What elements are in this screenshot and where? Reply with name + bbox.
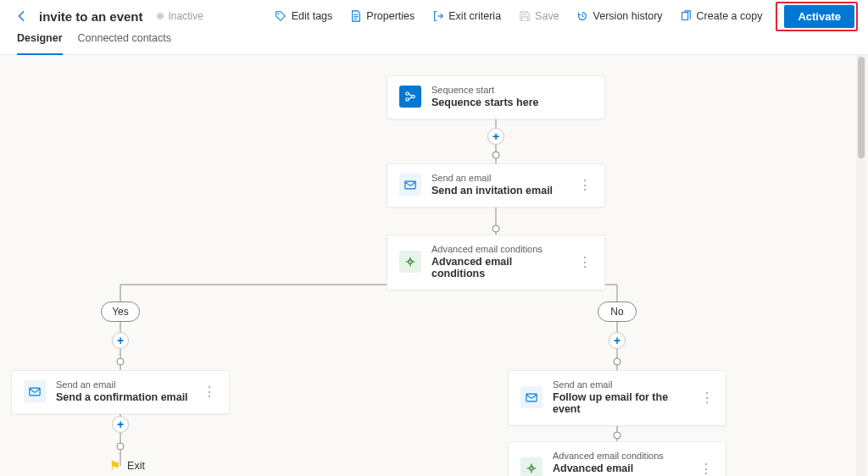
connector-port: [117, 443, 125, 451]
node-title: Advanced email conditions: [431, 256, 567, 280]
node-more-button[interactable]: ⋮: [698, 461, 714, 477]
tab-connected-contacts[interactable]: Connected contacts: [78, 32, 172, 54]
node-title: Follow up email for the event: [553, 391, 689, 415]
page-title: invite to an event: [39, 9, 143, 24]
status-badge: Inactive: [157, 10, 203, 22]
node-more-button[interactable]: ⋮: [577, 254, 593, 270]
copy-icon: [680, 10, 693, 23]
designer-canvas[interactable]: Sequence start Sequence starts here + Se…: [0, 55, 868, 476]
email-icon: [399, 174, 421, 196]
node-title: Send an invitation email: [431, 185, 553, 196]
edit-tags-button[interactable]: Edit tags: [268, 7, 340, 26]
node-title: Advanced email conditions: [553, 462, 688, 476]
conditions-icon: [399, 251, 421, 273]
status-dot-icon: [157, 13, 164, 19]
connector-port: [614, 358, 621, 366]
back-button[interactable]: [10, 4, 34, 28]
status-text: Inactive: [169, 10, 203, 22]
svg-rect-13: [405, 181, 415, 189]
exit-node[interactable]: ⚑ Exit: [109, 458, 145, 473]
save-button: Save: [511, 7, 566, 26]
tag-icon: [275, 10, 287, 23]
node-subtitle: Advanced email conditions: [431, 244, 567, 254]
create-copy-button[interactable]: Create a copy: [673, 7, 770, 26]
node-send-invitation-email[interactable]: Send an email Send an invitation email ⋮: [387, 163, 605, 208]
node-subtitle: Send an email: [431, 173, 553, 183]
connector-port: [492, 225, 500, 233]
node-more-button[interactable]: ⋮: [577, 177, 593, 193]
start-icon: [399, 86, 421, 108]
conditions-icon: [520, 457, 542, 476]
connector-port: [614, 432, 621, 440]
node-subtitle: Advanced email conditions: [553, 451, 688, 461]
svg-point-10: [406, 92, 409, 96]
node-more-button[interactable]: ⋮: [202, 384, 217, 400]
properties-button[interactable]: Properties: [342, 7, 421, 26]
svg-point-14: [409, 260, 412, 263]
scrollbar-thumb[interactable]: [858, 57, 865, 158]
node-advanced-conditions-2[interactable]: Advanced email conditions Advanced email…: [508, 441, 726, 476]
connector-port: [117, 358, 125, 366]
svg-point-0: [278, 14, 280, 15]
activate-button[interactable]: Activate: [784, 5, 854, 28]
exit-label: Exit: [127, 460, 145, 472]
node-followup-email[interactable]: Send an email Follow up email for the ev…: [508, 370, 726, 426]
svg-point-17: [530, 467, 533, 470]
exit-icon: [431, 10, 444, 23]
node-sequence-start[interactable]: Sequence start Sequence starts here: [387, 75, 605, 119]
node-title: Send a confirmation email: [56, 391, 188, 403]
document-icon: [349, 10, 362, 23]
exit-criteria-button[interactable]: Exit criteria: [425, 7, 508, 26]
node-subtitle: Sequence start: [431, 85, 538, 95]
header: invite to an event Inactive Edit tags Pr…: [0, 0, 868, 55]
svg-rect-15: [30, 388, 40, 396]
svg-rect-1: [682, 13, 688, 20]
connector-port: [492, 152, 500, 159]
node-subtitle: Send an email: [553, 379, 689, 390]
node-title: Sequence starts here: [431, 97, 538, 108]
version-history-button[interactable]: Version history: [570, 7, 670, 26]
add-step-button[interactable]: +: [487, 128, 504, 145]
history-icon: [576, 10, 589, 23]
node-send-confirmation-email[interactable]: Send an email Send a confirmation email …: [11, 370, 230, 414]
svg-point-11: [406, 98, 409, 102]
tab-designer[interactable]: Designer: [17, 32, 63, 54]
email-icon: [24, 380, 46, 402]
vertical-scrollbar[interactable]: [856, 55, 866, 476]
arrow-left-icon: [16, 10, 28, 22]
add-step-button[interactable]: +: [112, 416, 129, 433]
branch-no[interactable]: No: [598, 302, 637, 322]
email-icon: [520, 386, 542, 408]
svg-rect-16: [526, 394, 537, 401]
svg-point-12: [412, 95, 415, 98]
flag-icon: ⚑: [109, 458, 120, 473]
add-step-button[interactable]: +: [112, 332, 129, 349]
toolbar: Edit tags Properties Exit criteria Save: [268, 2, 858, 31]
tabs: Designer Connected contacts: [0, 32, 868, 55]
add-step-button[interactable]: +: [609, 332, 626, 349]
save-icon: [518, 10, 531, 23]
node-advanced-conditions-1[interactable]: Advanced email conditions Advanced email…: [387, 235, 605, 291]
branch-yes[interactable]: Yes: [101, 302, 140, 322]
activate-highlight: Activate: [776, 2, 858, 31]
node-more-button[interactable]: ⋮: [699, 390, 714, 406]
node-subtitle: Send an email: [56, 379, 188, 390]
